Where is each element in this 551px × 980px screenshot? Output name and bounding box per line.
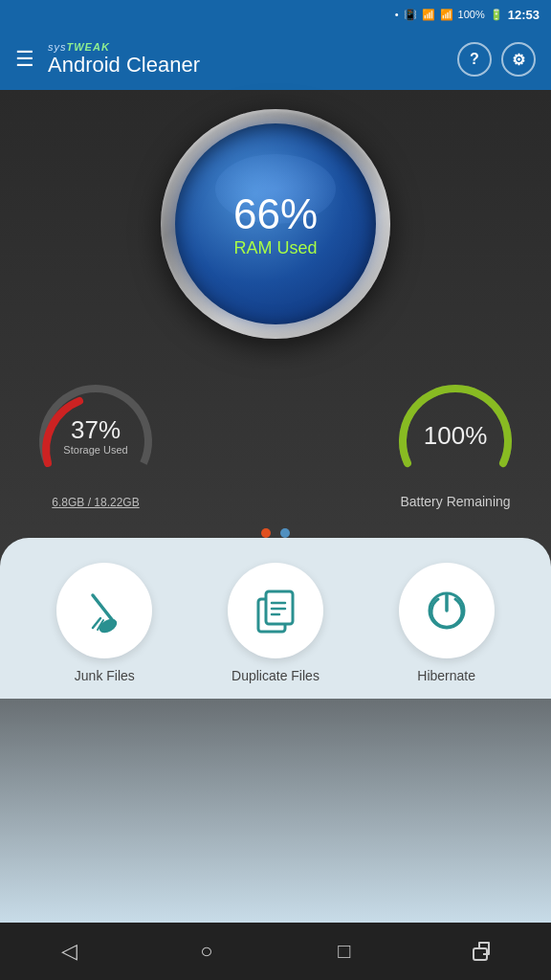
svg-line-0 [93, 595, 114, 622]
storage-sub: Storage Used [63, 444, 127, 456]
battery-percent: 100% [458, 9, 485, 20]
battery-percent-text: 100% [424, 423, 488, 448]
ram-circle-outer: 66% RAM Used [161, 109, 390, 339]
broom-icon [79, 586, 129, 635]
status-bar: • 📳 📶 📶 100% 🔋 12:53 [0, 0, 551, 29]
dot-2 [280, 528, 290, 538]
ram-label: RAM Used [233, 238, 317, 258]
ram-circle-inner: 66% RAM Used [175, 123, 376, 324]
page-dots [261, 528, 290, 538]
duplicate-files-button[interactable]: Duplicate Files [228, 563, 323, 683]
clock: 12:53 [508, 8, 540, 22]
brand-tweak: TWEAK [67, 41, 110, 53]
menu-button[interactable]: ☰ [15, 49, 34, 70]
brand-logo: sysTWEAK [48, 41, 457, 53]
action-area: Junk Files Duplicate Files [0, 538, 551, 699]
hibernate-label: Hibernate [417, 668, 475, 683]
signal-icon: 📶 [440, 9, 453, 21]
header-actions: ? ⚙ [457, 42, 536, 77]
gauges-row: 37% Storage Used 6.8GB / 18.22GB 100% Ba… [0, 377, 551, 509]
brand-sys: sys [48, 41, 67, 53]
app-title: Android Cleaner [48, 53, 457, 78]
battery-gauge-svg: 100% [388, 377, 522, 492]
bluetooth-icon: • [395, 9, 399, 20]
wifi-icon: 📶 [422, 9, 435, 21]
vibrate-icon: 📳 [404, 9, 417, 21]
settings-button[interactable]: ⚙ [501, 42, 536, 77]
help-button[interactable]: ? [457, 42, 492, 77]
recents-button[interactable]: □ [320, 932, 368, 970]
ram-percent: 66% [233, 190, 318, 238]
storage-detail: 6.8GB / 18.22GB [52, 496, 139, 509]
ram-gauge[interactable]: 66% RAM Used [161, 109, 390, 339]
share-icon [470, 939, 495, 964]
storage-gauge-svg: 37% Storage Used [29, 377, 163, 492]
main-content: 66% RAM Used 37% Storage Used 6.8GB / 1 [0, 90, 551, 923]
hibernate-button[interactable]: Hibernate [399, 563, 495, 683]
storage-gauge[interactable]: 37% Storage Used 6.8GB / 18.22GB [29, 377, 163, 509]
action-buttons-row: Junk Files Duplicate Files [19, 563, 532, 683]
duplicate-files-circle [228, 563, 323, 658]
share-button[interactable] [458, 932, 506, 970]
battery-center: 100% [424, 423, 488, 448]
header-title-block: sysTWEAK Android Cleaner [48, 41, 457, 78]
status-icons: • 📳 📶 📶 100% 🔋 12:53 [395, 8, 540, 22]
duplicate-files-label: Duplicate Files [231, 668, 320, 683]
duplicate-icon [251, 586, 300, 635]
junk-files-label: Junk Files [75, 668, 135, 683]
storage-center: 37% Storage Used [63, 417, 127, 456]
dot-1 [261, 528, 271, 538]
hibernate-circle [399, 563, 495, 658]
battery-label: Battery Remaining [400, 494, 510, 509]
junk-files-button[interactable]: Junk Files [56, 563, 152, 683]
hibernate-icon [422, 586, 472, 635]
battery-gauge[interactable]: 100% Battery Remaining [388, 377, 522, 509]
nav-bar: ◁ ○ □ [0, 923, 551, 980]
app-header: ☰ sysTWEAK Android Cleaner ? ⚙ [0, 29, 551, 90]
junk-files-circle [56, 563, 152, 658]
battery-icon: 🔋 [490, 9, 503, 21]
storage-percent: 37% [63, 417, 127, 442]
back-button[interactable]: ◁ [45, 932, 93, 970]
home-button[interactable]: ○ [183, 932, 231, 970]
